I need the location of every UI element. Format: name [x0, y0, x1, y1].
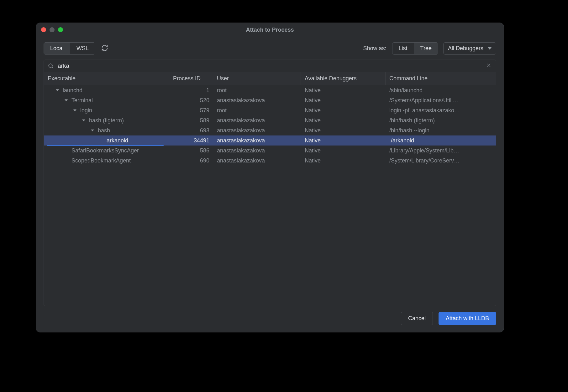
show-as-list-button[interactable]: List: [392, 43, 414, 54]
chevron-down-icon[interactable]: [65, 99, 68, 101]
svg-line-1: [52, 67, 53, 68]
cell-user: anastasiakazakova: [213, 147, 301, 154]
cell-pid: 579: [169, 107, 213, 114]
close-x-icon: [486, 63, 491, 69]
cell-debuggers: Native: [301, 127, 386, 134]
executable-name: SafariBookmarksSyncAger: [71, 147, 139, 154]
col-executable[interactable]: Executable: [44, 72, 169, 85]
cell-user: root: [213, 87, 301, 94]
zoom-icon[interactable]: [58, 27, 63, 32]
cell-user: anastasiakazakova: [213, 137, 301, 144]
table-body: launchd1rootNative/sbin/launchdTerminal5…: [44, 85, 496, 306]
table-row[interactable]: SafariBookmarksSyncAger586anastasiakazak…: [44, 146, 496, 156]
cell-executable: bash: [44, 127, 169, 134]
minimize-icon[interactable]: [50, 27, 55, 32]
executable-name: bash: [98, 127, 110, 134]
cell-debuggers: Native: [301, 147, 386, 154]
cell-command-line: /bin/bash (figterm): [386, 117, 496, 124]
cell-executable: arkanoid: [44, 137, 169, 144]
table-row[interactable]: Terminal520anastasiakazakovaNative/Syste…: [44, 95, 496, 105]
table-row[interactable]: bash693anastasiakazakovaNative/bin/bash …: [44, 125, 496, 135]
show-as-segment: List Tree: [392, 42, 438, 55]
source-local-button[interactable]: Local: [44, 43, 70, 54]
chevron-down-icon: [488, 47, 492, 50]
executable-name: arkanoid: [107, 137, 128, 144]
cell-command-line: /Library/Apple/System/Lib…: [386, 147, 496, 154]
table-row[interactable]: ScopedBookmarkAgent690anastasiakazakovaN…: [44, 156, 496, 166]
cell-pid: 690: [169, 157, 213, 164]
col-user[interactable]: User: [213, 72, 301, 85]
titlebar: Attach to Process: [36, 23, 504, 37]
attach-to-process-window: Attach to Process Local WSL Show as:: [36, 23, 504, 332]
cell-command-line: ./arkanoid: [386, 137, 496, 144]
executable-name: launchd: [63, 87, 82, 94]
refresh-button[interactable]: [100, 44, 109, 53]
cell-debuggers: Native: [301, 137, 386, 144]
window-title: Attach to Process: [36, 27, 504, 33]
cell-user: anastasiakazakova: [213, 127, 301, 134]
col-command-line[interactable]: Command Line: [386, 72, 496, 85]
executable-name: bash (figterm): [89, 117, 124, 124]
process-panel: Executable Process ID User Available Deb…: [44, 60, 496, 306]
show-as-tree-button[interactable]: Tree: [414, 43, 438, 54]
cell-executable: launchd: [44, 87, 169, 94]
cell-executable: bash (figterm): [44, 117, 169, 124]
cell-debuggers: Native: [301, 157, 386, 164]
table-row[interactable]: login579rootNativelogin -pfl anastasiaka…: [44, 105, 496, 115]
attach-button[interactable]: Attach with LLDB: [439, 312, 496, 325]
cancel-button[interactable]: Cancel: [401, 312, 433, 325]
chevron-down-icon[interactable]: [91, 130, 94, 131]
chevron-down-icon[interactable]: [82, 119, 85, 121]
cell-command-line: /bin/bash --login: [386, 127, 496, 134]
table-row[interactable]: bash (figterm)589anastasiakazakovaNative…: [44, 115, 496, 125]
debuggers-dropdown[interactable]: All Debuggers: [443, 42, 496, 55]
table-row[interactable]: arkanoid34491anastasiakazakovaNative./ar…: [44, 135, 496, 146]
executable-name: login: [80, 107, 92, 114]
cell-debuggers: Native: [301, 117, 386, 124]
source-wsl-button[interactable]: WSL: [70, 43, 95, 54]
cell-command-line: /System/Applications/Utili…: [386, 97, 496, 104]
cell-pid: 589: [169, 117, 213, 124]
table-row[interactable]: launchd1rootNative/sbin/launchd: [44, 85, 496, 95]
search-input[interactable]: [58, 62, 481, 69]
chevron-down-icon[interactable]: [73, 109, 76, 111]
cell-pid: 693: [169, 127, 213, 134]
col-available-debuggers[interactable]: Available Debuggers: [301, 72, 386, 85]
dialog-footer: Cancel Attach with LLDB: [36, 312, 504, 332]
cell-user: anastasiakazakova: [213, 157, 301, 164]
toolbar: Local WSL Show as: List Tree: [36, 37, 504, 60]
cell-user: anastasiakazakova: [213, 117, 301, 124]
debuggers-dropdown-label: All Debuggers: [448, 45, 483, 52]
executable-name: Terminal: [71, 97, 93, 104]
cell-executable: SafariBookmarksSyncAger: [44, 147, 169, 154]
cell-executable: login: [44, 107, 169, 114]
window-controls: [41, 27, 63, 32]
chevron-down-icon[interactable]: [56, 89, 59, 91]
show-as-label: Show as:: [363, 45, 387, 52]
cell-pid: 34491: [169, 137, 213, 144]
col-process-id[interactable]: Process ID: [169, 72, 213, 85]
table-header: Executable Process ID User Available Deb…: [44, 72, 496, 85]
cell-user: root: [213, 107, 301, 114]
cell-command-line: /sbin/launchd: [386, 87, 496, 94]
clear-search-button[interactable]: [485, 62, 492, 69]
cell-command-line: login -pfl anastasiakazako…: [386, 107, 496, 114]
cell-debuggers: Native: [301, 87, 386, 94]
cell-command-line: /System/Library/CoreServ…: [386, 157, 496, 164]
cell-pid: 586: [169, 147, 213, 154]
executable-name: ScopedBookmarkAgent: [71, 157, 131, 164]
cell-executable: Terminal: [44, 97, 169, 104]
cell-executable: ScopedBookmarkAgent: [44, 157, 169, 164]
refresh-icon: [101, 45, 108, 52]
cell-debuggers: Native: [301, 107, 386, 114]
search-bar: [44, 60, 496, 72]
search-icon: [48, 63, 54, 69]
cell-pid: 520: [169, 97, 213, 104]
cell-user: anastasiakazakova: [213, 97, 301, 104]
source-segment: Local WSL: [44, 42, 95, 55]
cell-debuggers: Native: [301, 97, 386, 104]
cell-pid: 1: [169, 87, 213, 94]
close-icon[interactable]: [41, 27, 46, 32]
